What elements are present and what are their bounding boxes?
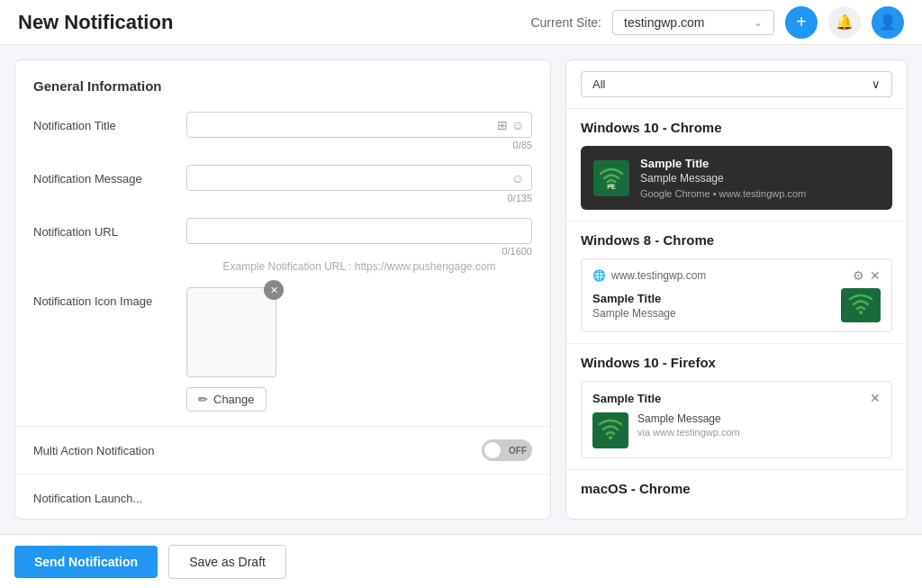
emoji-icon-title[interactable]: ☺ xyxy=(511,118,524,132)
pencil-icon: ✏ xyxy=(198,393,208,406)
notification-url-input[interactable] xyxy=(194,222,524,240)
win10-ff-pe-icon xyxy=(592,412,628,448)
win10-ff-title: Windows 10 - Firefox xyxy=(581,355,892,370)
notification-url-input-wrapper xyxy=(186,218,532,244)
multi-action-row: Multi Action Notification OFF xyxy=(15,426,550,474)
notification-url-field: 0/1600 Example Notification URL : https:… xyxy=(186,218,532,273)
bell-icon: 🔔 xyxy=(836,14,854,31)
icon-image-box xyxy=(186,287,276,377)
close-icon-win8[interactable]: ✕ xyxy=(870,268,881,283)
globe-icon: 🌐 xyxy=(592,269,606,282)
win10-chrome-content: Sample Title Sample Message Google Chrom… xyxy=(640,157,880,199)
notification-launch-row: Notification Launch... xyxy=(15,474,550,520)
send-notification-button[interactable]: Send Notification xyxy=(14,546,158,578)
multi-action-toggle[interactable]: OFF xyxy=(482,439,532,461)
notification-url-row: Notification URL 0/1600 Example Notifica… xyxy=(33,218,532,273)
win10-chrome-footer: Google Chrome • www.testingwp.com xyxy=(640,188,880,199)
notification-url-label: Notification URL xyxy=(33,218,186,239)
icon-remove-button[interactable]: ✕ xyxy=(264,280,284,300)
win10-ff-text: Sample Message via www.testingwp.com xyxy=(637,412,740,438)
win10-ff-section: Windows 10 - Firefox Sample Title ✕ xyxy=(566,344,907,470)
win8-chrome-title: Windows 8 - Chrome xyxy=(581,232,892,248)
win10-chrome-section: Windows 10 - Chrome PE Sample Title xyxy=(566,109,907,222)
svg-point-2 xyxy=(859,311,863,314)
win10-chrome-preview: PE Sample Title Sample Message Google Ch… xyxy=(581,146,892,210)
multi-action-label: Multi Action Notification xyxy=(33,444,482,457)
notification-message-row: Notification Message ☺ 0/135 xyxy=(33,165,532,204)
left-panel: General Information Notification Title ⊞… xyxy=(14,59,551,520)
svg-text:PE: PE xyxy=(607,184,616,190)
user-icon: 👤 xyxy=(879,14,897,31)
wifi-icon-win10: PE xyxy=(597,167,626,190)
close-icon-ff[interactable]: ✕ xyxy=(870,391,881,405)
filter-select[interactable]: All ∨ xyxy=(581,71,892,97)
save-as-draft-button[interactable]: Save as Draft xyxy=(168,545,286,579)
win8-pe-icon xyxy=(841,288,881,322)
win10-chrome-icon: PE xyxy=(593,160,629,196)
notification-message-input-wrapper: ☺ xyxy=(186,165,532,191)
win10-ff-header: Sample Title ✕ xyxy=(592,391,881,405)
emoji-icon-message[interactable]: ☺ xyxy=(511,171,524,185)
win8-chrome-site: 🌐 www.testingwp.com xyxy=(592,269,706,282)
win8-sample-title: Sample Title xyxy=(592,292,676,305)
macos-chrome-title: macOS - Chrome xyxy=(581,481,892,496)
win10-ff-body: Sample Message via www.testingwp.com xyxy=(592,412,881,448)
main-content: General Information Notification Title ⊞… xyxy=(0,45,922,534)
message-char-count: 0/135 xyxy=(186,193,532,204)
chevron-down-icon-filter: ∨ xyxy=(872,77,881,91)
win10-chrome-sample-title: Sample Title xyxy=(640,157,880,170)
user-button[interactable]: 👤 xyxy=(872,6,904,39)
macos-chrome-section: macOS - Chrome xyxy=(566,470,907,516)
toggle-knob xyxy=(484,442,501,458)
icon-image-area: ✕ xyxy=(186,287,276,377)
bell-button[interactable]: 🔔 xyxy=(828,6,861,39)
gear-icon[interactable]: ⚙ xyxy=(853,268,864,283)
win10-chrome-title: Windows 10 - Chrome xyxy=(581,120,892,135)
win10-ff-via: via www.testingwp.com xyxy=(637,427,740,438)
win8-chrome-section: Windows 8 - Chrome 🌐 www.testingwp.com ⚙… xyxy=(566,222,907,344)
svg-point-3 xyxy=(609,436,612,439)
header: New Notification Current Site: testingwp… xyxy=(0,0,922,45)
win8-chrome-header: 🌐 www.testingwp.com ⚙ ✕ xyxy=(592,268,881,283)
notification-launch-label: Notification Launch... xyxy=(33,492,482,505)
win8-site-url: www.testingwp.com xyxy=(611,269,706,282)
site-selector[interactable]: testingwp.com ⌄ xyxy=(612,10,774,35)
title-char-count: 0/85 xyxy=(186,140,532,150)
general-info-title: General Information xyxy=(33,78,532,94)
footer: Send Notification Save as Draft xyxy=(0,534,922,588)
notification-message-label: Notification Message xyxy=(33,165,186,185)
win8-sample-msg: Sample Message xyxy=(592,307,676,320)
page-title: New Notification xyxy=(18,11,530,34)
toggle-state: OFF xyxy=(509,446,527,456)
win8-chrome-text: Sample Title Sample Message xyxy=(592,292,676,320)
url-example: Example Notification URL : https://www.p… xyxy=(186,260,532,273)
notification-title-row: Notification Title ⊞ ☺ 0/85 xyxy=(33,112,532,150)
notification-icon-field: ✕ ✏ Change xyxy=(186,287,532,412)
filter-selected-value: All xyxy=(592,77,605,91)
win10-chrome-sample-msg: Sample Message xyxy=(640,172,880,185)
win8-chrome-actions: ⚙ ✕ xyxy=(853,268,881,283)
right-panel: All ∨ Windows 10 - Chrome PE xyxy=(565,59,908,520)
notification-message-input[interactable] xyxy=(194,169,508,186)
notification-title-field: ⊞ ☺ 0/85 xyxy=(186,112,532,150)
change-icon-button[interactable]: ✏ Change xyxy=(186,387,267,412)
current-site-label: Current Site: xyxy=(530,15,601,30)
header-right: Current Site: testingwp.com ⌄ + 🔔 👤 xyxy=(530,6,904,39)
notification-title-input[interactable] xyxy=(194,116,493,133)
win8-chrome-body: Sample Title Sample Message xyxy=(592,288,881,322)
wifi-icon-win8 xyxy=(846,293,875,318)
win10-ff-sample-msg: Sample Message xyxy=(637,412,740,425)
win10-ff-sample-title: Sample Title xyxy=(592,392,661,405)
notification-icon-row: Notification Icon Image ✕ ✏ Change xyxy=(33,287,532,412)
add-button[interactable]: + xyxy=(785,6,818,39)
notification-icon-label: Notification Icon Image xyxy=(33,287,186,308)
wifi-icon-ff xyxy=(596,418,625,443)
notification-title-label: Notification Title xyxy=(33,112,186,132)
site-name: testingwp.com xyxy=(624,15,704,30)
notification-title-input-wrapper: ⊞ ☺ xyxy=(186,112,532,138)
notification-message-field: ☺ 0/135 xyxy=(186,165,532,204)
grid-icon[interactable]: ⊞ xyxy=(497,118,508,132)
win8-chrome-preview: 🌐 www.testingwp.com ⚙ ✕ Sample Title Sam… xyxy=(581,258,892,332)
chevron-down-icon: ⌄ xyxy=(754,16,763,29)
filter-bar: All ∨ xyxy=(566,60,907,109)
